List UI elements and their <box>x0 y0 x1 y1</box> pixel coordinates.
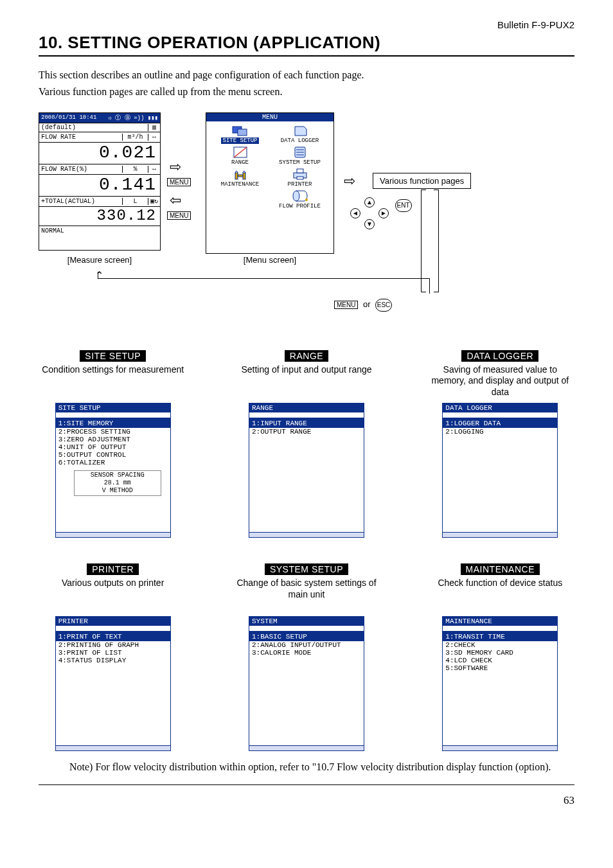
menu-item-maintenance[interactable]: MAINTENANCE <box>210 166 270 188</box>
menu-title: MENU <box>206 113 333 121</box>
flow-rate-pct-glyph: ↔ <box>148 166 160 173</box>
svg-rect-7 <box>235 173 238 179</box>
menu-or-esc: MENU or ESC <box>334 299 392 312</box>
svg-point-14 <box>305 199 308 201</box>
menu-label-printer: PRINTER <box>287 181 314 188</box>
desc-maintenance: Check function of device status <box>426 578 574 611</box>
body-maintenance: 2:CHECK 3:SD MEMORY CARD 4:LCD CHECK 5:S… <box>443 641 557 745</box>
list-item[interactable]: 2:CHECK <box>443 641 557 649</box>
return-line-v2 <box>429 278 430 294</box>
hdr-range: RANGE <box>249 403 364 412</box>
intro-line-1: This section describes an outline and pa… <box>39 68 574 82</box>
menu-item-range[interactable]: RANGE <box>210 145 270 166</box>
sel-site-setup[interactable]: 1:SITE MEMORY <box>56 419 170 428</box>
measure-caption: [Measure screen] <box>39 255 161 265</box>
list-item[interactable]: 4:LCD CHECK <box>443 657 557 664</box>
svg-rect-8 <box>243 173 245 179</box>
range-icon <box>231 146 249 159</box>
flow-profile-icon <box>291 190 309 202</box>
bracket-right <box>434 190 439 292</box>
menu-key-3[interactable]: MENU <box>334 301 358 309</box>
up-key[interactable]: ▲ <box>364 197 375 208</box>
list-item[interactable]: 2:PROCESS SETTING <box>56 428 170 436</box>
lcd-data-logger: DATA LOGGER 1:LOGGER DATA 2:LOGGING <box>442 403 558 538</box>
menu-item-flow-profile[interactable]: FLOW PROFILE <box>270 188 330 210</box>
top-diagram: 2008/01/31 10:41 ☼ ⓣ ⓐ »)) ▮▮▮ (default)… <box>39 112 574 324</box>
sel-data-logger[interactable]: 1:LOGGER DATA <box>443 419 557 428</box>
menu-label-system-setup: SYSTEM SETUP <box>278 159 322 166</box>
menu-key[interactable]: MENU <box>167 178 191 186</box>
status-icons: ☼ ⓣ ⓐ »)) ▮▮▮ <box>109 114 158 122</box>
arrow-right-icon-2: ⇨ <box>344 174 355 188</box>
measure-screen: 2008/01/31 10:41 ☼ ⓣ ⓐ »)) ▮▮▮ (default)… <box>39 112 161 251</box>
bulletin-id: Bulletin F-9-PUX2 <box>39 19 574 30</box>
list-item[interactable]: 6:TOTALIZER <box>56 459 170 466</box>
measure-status: NORMAL <box>39 226 160 250</box>
sel-maintenance[interactable]: 1:TRANSIT TIME <box>443 632 557 641</box>
section-title: 10. SETTING OPERATION (APPLICATION) <box>39 33 574 53</box>
sd-icon: ▥ <box>148 123 160 131</box>
sel-system-setup[interactable]: 1:BASIC SETUP <box>249 632 364 641</box>
list-item[interactable]: 2:PRINTING OF GRAPH <box>56 641 170 649</box>
default-label: (default) <box>39 124 148 131</box>
list-item[interactable]: 2:OUTPUT RANGE <box>249 428 364 436</box>
svg-rect-9 <box>238 175 243 177</box>
svg-rect-11 <box>297 169 303 173</box>
total-glyph: ▣↻ <box>148 197 160 205</box>
intro-line-2: Various function pages are called up fro… <box>39 85 574 99</box>
svg-rect-1 <box>238 129 247 136</box>
rule-thin <box>39 784 574 785</box>
left-key[interactable]: ◄ <box>350 208 360 218</box>
menu-caption: [Menu screen] <box>206 255 334 265</box>
list-item[interactable]: 3:PRINT OF LIST <box>56 649 170 657</box>
sensor-l1: SENSOR SPACING <box>75 472 161 479</box>
maintenance-icon <box>231 168 249 181</box>
body-range: 2:OUTPUT RANGE <box>249 428 364 532</box>
list-item[interactable]: 5:SOFTWARE <box>443 664 557 672</box>
measure-status-bar: 2008/01/31 10:41 ☼ ⓣ ⓐ »)) ▮▮▮ <box>39 113 160 123</box>
list-item[interactable]: 2:LOGGING <box>443 428 557 436</box>
list-item[interactable]: 5:OUTPUT CONTROL <box>56 451 170 459</box>
label-printer: PRINTER <box>87 563 139 575</box>
lcd-range: RANGE 1:INPUT RANGE 2:OUTPUT RANGE <box>249 403 364 538</box>
or-label: or <box>363 299 371 309</box>
list-item[interactable]: 4:UNIT OF OUTPUT <box>56 443 170 451</box>
label-site-setup: SITE SETUP <box>80 350 146 362</box>
block-system-setup: SYSTEM SETUP Change of basic system sett… <box>232 563 380 751</box>
flow-rate-glyph: ↔ <box>148 134 160 141</box>
list-item[interactable]: 4:STATUS DISPLAY <box>56 657 170 664</box>
menu-label-flow-profile: FLOW PROFILE <box>278 203 322 209</box>
page-number: 63 <box>39 794 574 807</box>
sel-range[interactable]: 1:INPUT RANGE <box>249 419 364 428</box>
flow-rate-pct-value: 0.141 <box>39 174 160 196</box>
function-screens-grid: SITE SETUP Condition settings for measur… <box>39 350 574 752</box>
menu-item-site-setup[interactable]: SITE SETUP <box>210 123 270 145</box>
return-arrow-up-icon: ⌃ <box>95 269 103 281</box>
list-item[interactable]: 3:SD MEMORY CARD <box>443 649 557 657</box>
esc-key[interactable]: ESC <box>375 299 392 312</box>
printer-icon <box>291 168 309 181</box>
block-site-setup: SITE SETUP Condition settings for measur… <box>39 350 187 538</box>
menu-item-printer[interactable]: PRINTER <box>270 166 330 188</box>
block-range: RANGE Setting of input and output range … <box>232 350 380 538</box>
return-line-v1 <box>98 272 98 278</box>
down-key[interactable]: ▼ <box>364 219 375 229</box>
list-item[interactable]: 2:ANALOG INPUT/OUTPUT <box>249 641 364 649</box>
menu-item-data-logger[interactable]: DATA LOGGER <box>270 123 330 145</box>
menu-item-system-setup[interactable]: SYSTEM SETUP <box>270 145 330 166</box>
sel-printer[interactable]: 1:PRINT OF TEXT <box>56 632 170 641</box>
menu-key-2[interactable]: MENU <box>167 211 191 220</box>
total-unit: L <box>123 198 148 205</box>
label-range: RANGE <box>285 350 328 362</box>
site-setup-icon <box>231 124 249 137</box>
menu-label-maintenance: MAINTENANCE <box>220 181 260 188</box>
sensor-l2: 28.1 mm <box>75 479 161 487</box>
measure-datetime: 2008/01/31 10:41 <box>41 114 96 121</box>
right-key[interactable]: ► <box>378 208 389 218</box>
list-item[interactable]: 3:CALORIE MODE <box>249 649 364 657</box>
ent-key[interactable]: ENT <box>395 199 412 212</box>
list-item[interactable]: 3:ZERO ADJUSTMENT <box>56 436 170 443</box>
total-value: 330.12 <box>39 206 160 226</box>
label-data-logger: DATA LOGGER <box>461 350 538 362</box>
system-setup-icon <box>291 146 309 159</box>
